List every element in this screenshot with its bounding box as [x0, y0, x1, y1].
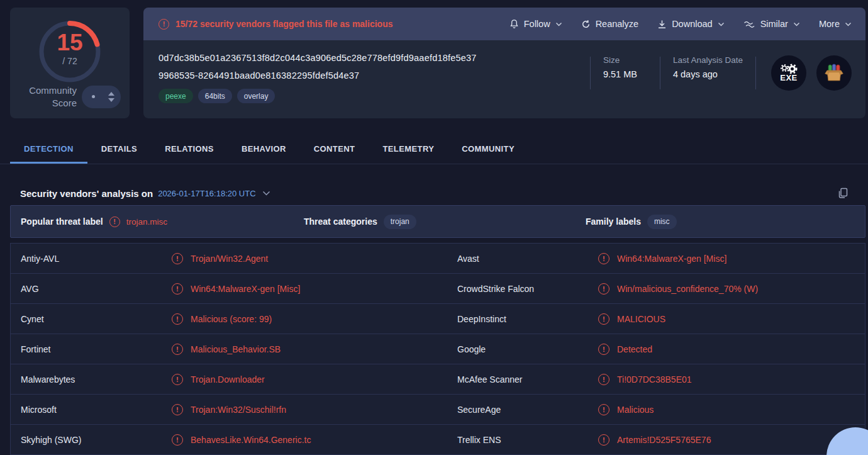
vendor-result: Ti!0D7DC38B5E01: [598, 374, 865, 385]
threat-categories-label: Threat categories: [304, 216, 377, 227]
file-sha256[interactable]: 0d7dc38b5e01a2367513f8d2c044c3a906ed5c28…: [159, 53, 476, 63]
threat-category-badge[interactable]: trojan: [384, 215, 416, 229]
family-labels-label: Family labels: [586, 216, 641, 227]
bell-icon: [509, 19, 519, 29]
size-value: 9.51 MB: [603, 69, 647, 79]
alert-group: 15/72 security vendors flagged this file…: [159, 19, 392, 30]
hash-block: 0d7dc38b5e01a2367513f8d2c044c3a906ed5c28…: [159, 53, 476, 118]
table-row: AVG Win64:MalwareX-gen [Misc] CrowdStrik…: [11, 274, 865, 304]
vendor-result-text[interactable]: Trojan.Downloader: [191, 374, 265, 385]
file-body: 0d7dc38b5e01a2367513f8d2c044c3a906ed5c28…: [143, 40, 865, 118]
reanalyze-button[interactable]: Reanalyze: [581, 19, 639, 29]
file-name[interactable]: 9968535-8264491baad0e816382295fdef5d4e37: [159, 70, 476, 81]
tag-overlay[interactable]: overlay: [237, 89, 275, 103]
vendor-result: Malicious (score: 99): [172, 313, 447, 325]
follow-button[interactable]: Follow: [509, 19, 562, 29]
alert-text: 15/72 security vendors flagged this file…: [175, 19, 392, 29]
vendor-result: BehavesLike.Win64.Generic.tc: [172, 434, 447, 446]
vendor-result-text[interactable]: Win/malicious_confidence_70% (W): [617, 284, 758, 294]
table-row: Cynet Malicious (score: 99) DeepInstinct…: [11, 304, 865, 334]
vendor-result-text[interactable]: Malicious_Behavior.SB: [191, 344, 281, 354]
community-label-line2: Score: [52, 98, 77, 108]
detection-score-gauge: 15 / 72: [37, 19, 103, 78]
tab-details[interactable]: DETAILS: [87, 135, 151, 164]
tab-behavior[interactable]: BEHAVIOR: [228, 135, 300, 164]
tag-64bits[interactable]: 64bits: [198, 89, 232, 103]
upvote-icon[interactable]: [108, 92, 114, 96]
vendor-result-text[interactable]: Trojan/Win32.Agent: [191, 254, 268, 264]
more-button[interactable]: More: [819, 19, 852, 29]
popular-threat-value[interactable]: trojan.misc: [126, 217, 167, 227]
vendor-result-text[interactable]: Detected: [617, 344, 652, 354]
vendor-result-text[interactable]: Trojan:Win32/Suschil!rfn: [191, 405, 286, 415]
chevron-down-icon: [262, 191, 270, 196]
file-size-block: Size 9.51 MB: [603, 55, 647, 79]
threat-categories-cell: Threat categories trojan: [294, 215, 576, 229]
vendor-name: AVG: [11, 284, 172, 294]
table-row: Skyhigh (SWG) BehavesLike.Win64.Generic.…: [11, 425, 865, 455]
vendor-name: Avast: [447, 254, 598, 264]
table-row: Fortinet Malicious_Behavior.SB Google De…: [11, 334, 865, 364]
tab-community[interactable]: COMMUNITY: [448, 135, 528, 164]
size-label: Size: [603, 55, 647, 65]
last-analysis-block: Last Analysis Date 4 days ago: [673, 55, 743, 79]
alert-icon: [598, 253, 609, 264]
score-card: 15 / 72 Community Score: [10, 8, 130, 118]
vendor-name: CrowdStrike Falcon: [447, 284, 598, 294]
downvote-icon[interactable]: [108, 98, 114, 102]
vendor-result: MALICIOUS: [598, 313, 865, 325]
similar-waves-icon: [743, 20, 755, 28]
vendor-result-text[interactable]: MALICIOUS: [617, 314, 665, 324]
vendor-result-text[interactable]: Ti!0D7DC38B5E01: [617, 374, 692, 385]
copy-icon: [837, 187, 849, 199]
family-label-badge[interactable]: misc: [647, 215, 677, 229]
similar-button[interactable]: Similar: [743, 19, 800, 29]
tab-content[interactable]: CONTENT: [300, 135, 369, 164]
vendor-result-text[interactable]: BehavesLike.Win64.Generic.tc: [191, 435, 311, 445]
file-meta: Size 9.51 MB Last Analysis Date 4 days a…: [590, 53, 852, 118]
alert-icon: [598, 434, 609, 446]
divider: [755, 57, 756, 89]
virustotal-detection-page: 15 / 72 Community Score: [0, 0, 868, 455]
analysis-heading: Security vendors' analysis on: [20, 188, 153, 199]
vendor-result-text[interactable]: Malicious: [617, 405, 654, 415]
exe-file-icon[interactable]: EXE: [771, 55, 806, 91]
detection-banner: 15/72 security vendors flagged this file…: [143, 8, 865, 40]
tab-detection[interactable]: DETECTION: [10, 135, 87, 164]
vote-arrows: [108, 92, 114, 102]
archive-file-icon[interactable]: [816, 55, 852, 91]
vendor-name: Antiy-AVL: [11, 254, 172, 264]
table-row: Antiy-AVL Trojan/Win32.Agent Avast Win64…: [11, 244, 865, 274]
vendor-result-text[interactable]: Win64:MalwareX-gen [Misc]: [617, 254, 726, 264]
download-button[interactable]: Download: [657, 19, 725, 29]
similar-label: Similar: [760, 19, 788, 29]
table-row: Microsoft Trojan:Win32/Suschil!rfn Secur…: [11, 395, 865, 425]
alert-icon: [109, 216, 120, 227]
vendor-result-text[interactable]: Win64:MalwareX-gen [Misc]: [191, 284, 300, 294]
tag-peexe[interactable]: peexe: [159, 89, 193, 103]
alert-icon: [598, 404, 609, 415]
community-vote-widget[interactable]: [82, 86, 121, 108]
follow-label: Follow: [524, 19, 550, 29]
popular-threat-label: Popular threat label: [21, 216, 103, 227]
alert-icon: [172, 313, 183, 325]
vendor-results-table: Antiy-AVL Trojan/Win32.Agent Avast Win64…: [10, 243, 865, 455]
file-summary-card: 15/72 security vendors flagged this file…: [143, 8, 865, 118]
alert-icon: [159, 19, 169, 30]
alert-icon: [172, 283, 183, 295]
vendor-result: Malicious_Behavior.SB: [172, 344, 447, 355]
detections-total: / 72: [62, 56, 77, 66]
alert-icon: [598, 344, 609, 355]
download-icon: [657, 20, 667, 29]
detections-count: 15: [57, 31, 82, 54]
vendor-result-text[interactable]: Artemis!D525F5765E76: [617, 435, 711, 445]
copy-results-button[interactable]: [837, 187, 849, 199]
tab-telemetry[interactable]: TELEMETRY: [369, 135, 448, 164]
analysis-timestamp[interactable]: 2026-01-17T16:18:20 UTC: [158, 189, 255, 198]
vendor-result: Detected: [598, 344, 865, 355]
vendor-result-text[interactable]: Malicious (score: 99): [191, 314, 272, 324]
tab-relations[interactable]: RELATIONS: [151, 135, 228, 164]
timestamp-dropdown[interactable]: [262, 191, 270, 196]
community-score-label: Community Score: [19, 84, 77, 110]
vendor-result: Trojan/Win32.Agent: [172, 253, 447, 264]
